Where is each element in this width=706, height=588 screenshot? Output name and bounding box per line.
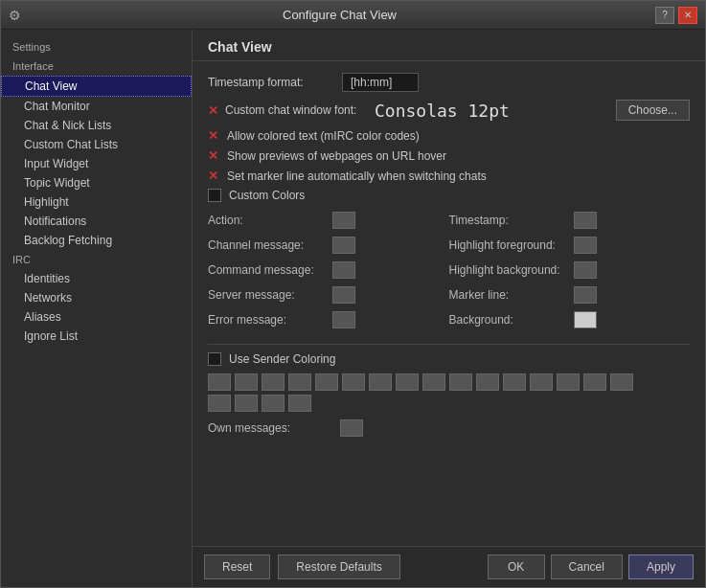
marker-line-x[interactable]: ✕ (208, 169, 221, 183)
settings-label: Settings (1, 37, 192, 57)
reset-button[interactable]: Reset (204, 554, 270, 579)
error-color-swatch[interactable] (332, 311, 355, 328)
help-button[interactable]: ? (655, 7, 674, 24)
titlebar-buttons: ? ✕ (655, 7, 697, 24)
custom-colors-checkbox[interactable] (208, 189, 221, 202)
sender-swatch-2[interactable] (235, 373, 258, 391)
action-color-swatch[interactable] (332, 212, 355, 229)
sidebar-item-notifications[interactable]: Notifications (1, 212, 192, 231)
sidebar-item-chat-monitor[interactable]: Chat Monitor (1, 97, 192, 116)
sender-coloring-label: Use Sender Coloring (229, 352, 335, 366)
command-color-label: Command message: (208, 263, 332, 277)
restore-defaults-button[interactable]: Restore Defaults (278, 554, 399, 579)
colored-text-row: ✕ Allow colored text (mIRC color codes) (208, 128, 690, 143)
sender-swatch-14[interactable] (557, 373, 580, 391)
titlebar: ⚙ Configure Chat View ? ✕ (1, 1, 705, 30)
sender-swatch-18[interactable] (235, 395, 258, 412)
sidebar-item-ignore-list[interactable]: Ignore List (1, 327, 192, 346)
highlight-fg-row: Highlight foreground: (449, 237, 691, 254)
highlight-fg-swatch[interactable] (574, 237, 597, 254)
colored-text-label: Allow colored text (mIRC color codes) (227, 129, 420, 143)
sidebar-item-highlight[interactable]: Highlight (1, 192, 192, 212)
server-color-row: Server message: (208, 286, 449, 304)
sidebar-item-backlog-fetching[interactable]: Backlog Fetching (1, 231, 192, 250)
font-display: Consolas 12pt (375, 101, 601, 121)
font-checkbox-x[interactable]: ✕ (208, 103, 221, 118)
command-color-swatch[interactable] (332, 261, 355, 279)
sidebar-item-topic-widget[interactable]: Topic Widget (1, 173, 192, 192)
panel-content: Timestamp format: [hh:mm] ✕ Custom chat … (193, 61, 705, 546)
sidebar-item-aliases[interactable]: Aliases (1, 307, 192, 327)
own-messages-swatch[interactable] (340, 419, 363, 437)
sender-swatch-10[interactable] (449, 373, 472, 391)
sender-swatch-8[interactable] (396, 373, 419, 391)
show-previews-label: Show previews of webpages on URL hover (227, 149, 446, 163)
sender-swatch-13[interactable] (530, 373, 553, 391)
content-area: Settings Interface Chat View Chat Monito… (1, 30, 705, 587)
marker-line-label: Set marker line automatically when switc… (227, 170, 487, 183)
irc-label: IRC (1, 250, 192, 269)
custom-colors-label: Custom Colors (229, 189, 305, 202)
main-panel: Chat View Timestamp format: [hh:mm] ✕ Cu… (193, 30, 705, 587)
highlight-fg-label: Highlight foreground: (449, 238, 574, 252)
sender-swatch-16[interactable] (610, 373, 633, 391)
sender-swatch-9[interactable] (422, 373, 445, 391)
sender-swatch-6[interactable] (342, 373, 365, 391)
highlight-bg-swatch[interactable] (574, 261, 597, 279)
sidebar: Settings Interface Chat View Chat Monito… (1, 30, 193, 587)
channel-color-swatch[interactable] (332, 237, 355, 254)
timestamp-format-input[interactable]: [hh:mm] (342, 73, 419, 92)
server-color-swatch[interactable] (332, 286, 355, 304)
show-previews-x[interactable]: ✕ (208, 148, 221, 163)
panel-header: Chat View (193, 30, 705, 61)
sender-swatch-3[interactable] (262, 373, 285, 391)
sender-swatch-1[interactable] (208, 373, 231, 391)
background-swatch[interactable] (574, 311, 597, 328)
sidebar-item-networks[interactable]: Networks (1, 288, 192, 307)
timestamp-color-swatch[interactable] (574, 212, 597, 229)
sender-swatch-15[interactable] (583, 373, 606, 391)
ok-button[interactable]: OK (488, 554, 545, 579)
marker-line-color-label: Marker line: (449, 288, 574, 302)
sender-swatch-7[interactable] (369, 373, 392, 391)
marker-line-color-row: Marker line: (449, 286, 691, 304)
interface-label: Interface (1, 57, 192, 76)
error-color-row: Error message: (208, 311, 449, 328)
colored-text-x[interactable]: ✕ (208, 128, 221, 143)
marker-line-swatch[interactable] (574, 286, 597, 304)
server-color-label: Server message: (208, 288, 332, 302)
sender-swatch-20[interactable] (288, 395, 311, 412)
timestamp-row: Timestamp format: [hh:mm] (208, 73, 690, 92)
own-messages-row: Own messages: (208, 419, 690, 437)
choose-font-button[interactable]: Choose... (616, 100, 690, 121)
footer-right: OK Cancel Apply (488, 554, 694, 579)
sender-swatch-17[interactable] (208, 395, 231, 412)
close-button[interactable]: ✕ (678, 7, 697, 24)
sender-swatch-5[interactable] (315, 373, 338, 391)
divider1 (208, 344, 690, 345)
footer: Reset Restore Defaults OK Cancel Apply (193, 546, 705, 587)
sender-swatch-11[interactable] (476, 373, 499, 391)
cancel-button[interactable]: Cancel (551, 554, 623, 579)
own-messages-label: Own messages: (208, 421, 332, 435)
background-color-row: Background: (449, 311, 691, 328)
sender-coloring-checkbox[interactable] (208, 352, 221, 366)
channel-color-row: Channel message: (208, 237, 449, 254)
sidebar-item-identities[interactable]: Identities (1, 269, 192, 288)
highlight-bg-row: Highlight background: (449, 261, 691, 279)
sidebar-item-input-widget[interactable]: Input Widget (1, 154, 192, 173)
command-color-row: Command message: (208, 261, 449, 279)
sidebar-item-chat-view[interactable]: Chat View (1, 76, 192, 97)
configure-chat-view-window: ⚙ Configure Chat View ? ✕ Settings Inter… (0, 0, 706, 588)
sender-swatch-4[interactable] (288, 373, 311, 391)
sidebar-item-chat-nick-lists[interactable]: Chat & Nick Lists (1, 116, 192, 135)
sidebar-item-custom-chat-lists[interactable]: Custom Chat Lists (1, 135, 192, 154)
action-color-row: Action: (208, 212, 449, 229)
window-title: Configure Chat View (283, 8, 397, 22)
sender-swatch-19[interactable] (262, 395, 285, 412)
highlight-bg-label: Highlight background: (449, 263, 574, 277)
channel-color-label: Channel message: (208, 238, 332, 252)
sender-swatch-12[interactable] (503, 373, 526, 391)
apply-button[interactable]: Apply (628, 554, 694, 579)
sender-coloring-row: Use Sender Coloring (208, 352, 690, 366)
